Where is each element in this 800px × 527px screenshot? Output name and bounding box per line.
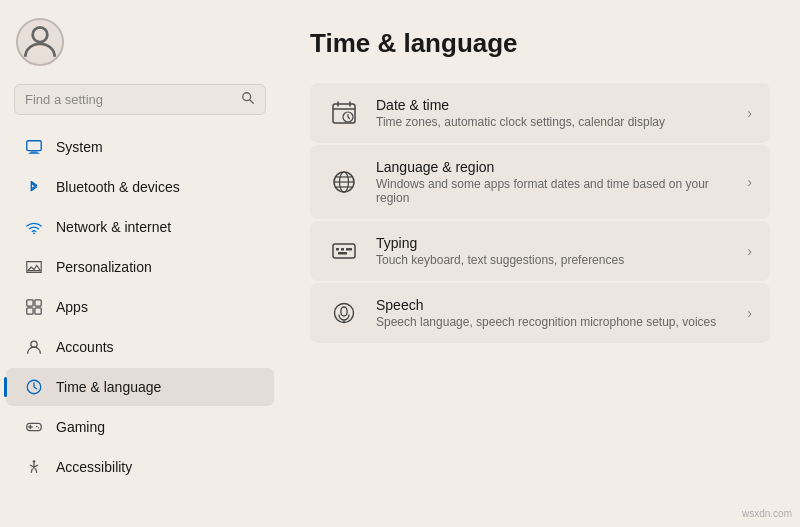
sidebar: System Bluetooth & devices Network & <box>0 0 280 527</box>
time-icon <box>24 377 44 397</box>
settings-item-title: Typing <box>376 235 731 251</box>
chevron-right-icon: › <box>747 105 752 121</box>
sidebar-item-label: Gaming <box>56 419 105 435</box>
sidebar-item-accessibility[interactable]: Accessibility <box>6 448 274 486</box>
accessibility-icon <box>24 457 44 477</box>
nav-items: System Bluetooth & devices Network & <box>0 125 280 489</box>
sidebar-item-time[interactable]: Time & language <box>6 368 274 406</box>
svg-rect-33 <box>346 248 349 251</box>
svg-rect-10 <box>35 308 41 314</box>
search-icon <box>241 91 255 108</box>
settings-item-title: Speech <box>376 297 731 313</box>
sidebar-item-label: Personalization <box>56 259 152 275</box>
gaming-icon <box>24 417 44 437</box>
sidebar-item-system[interactable]: System <box>6 128 274 166</box>
svg-point-0 <box>33 27 48 42</box>
settings-item-text: Typing Touch keyboard, text suggestions,… <box>376 235 731 267</box>
svg-rect-30 <box>333 244 355 258</box>
settings-item-text: Language & region Windows and some apps … <box>376 159 731 205</box>
settings-item-datetime[interactable]: Date & time Time zones, automatic clock … <box>310 83 770 143</box>
sidebar-item-label: Bluetooth & devices <box>56 179 180 195</box>
page-title: Time & language <box>310 28 770 59</box>
settings-item-desc: Windows and some apps format dates and t… <box>376 177 731 205</box>
svg-rect-3 <box>27 141 41 151</box>
avatar <box>16 18 64 66</box>
svg-rect-8 <box>35 300 41 306</box>
personalization-icon <box>24 257 44 277</box>
svg-rect-35 <box>349 248 352 251</box>
sidebar-item-label: System <box>56 139 103 155</box>
sidebar-item-accounts[interactable]: Accounts <box>6 328 274 366</box>
settings-item-desc: Time zones, automatic clock settings, ca… <box>376 115 731 129</box>
svg-point-18 <box>33 460 36 463</box>
svg-rect-31 <box>336 248 339 251</box>
settings-item-desc: Speech language, speech recognition micr… <box>376 315 731 329</box>
search-input[interactable] <box>25 92 233 107</box>
sidebar-item-network[interactable]: Network & internet <box>6 208 274 246</box>
speech-icon <box>328 297 360 329</box>
datetime-icon <box>328 97 360 129</box>
svg-rect-5 <box>29 153 40 154</box>
watermark: wsxdn.com <box>742 508 792 519</box>
sidebar-item-personalization[interactable]: Personalization <box>6 248 274 286</box>
svg-line-2 <box>250 100 254 104</box>
settings-item-desc: Touch keyboard, text suggestions, prefer… <box>376 253 731 267</box>
settings-item-title: Language & region <box>376 159 731 175</box>
system-icon <box>24 137 44 157</box>
chevron-right-icon: › <box>747 305 752 321</box>
search-bar[interactable] <box>14 84 266 115</box>
settings-item-speech[interactable]: Speech Speech language, speech recogniti… <box>310 283 770 343</box>
profile-section <box>0 0 280 78</box>
accounts-icon <box>24 337 44 357</box>
sidebar-item-bluetooth[interactable]: Bluetooth & devices <box>6 168 274 206</box>
settings-item-typing[interactable]: Typing Touch keyboard, text suggestions,… <box>310 221 770 281</box>
sidebar-item-label: Network & internet <box>56 219 171 235</box>
chevron-right-icon: › <box>747 243 752 259</box>
svg-rect-32 <box>341 248 344 251</box>
svg-rect-4 <box>30 152 37 153</box>
settings-item-title: Date & time <box>376 97 731 113</box>
settings-item-language[interactable]: Language & region Windows and some apps … <box>310 145 770 219</box>
svg-rect-34 <box>338 252 347 255</box>
sidebar-item-apps[interactable]: Apps <box>6 288 274 326</box>
svg-point-17 <box>38 427 39 428</box>
bluetooth-icon <box>24 177 44 197</box>
settings-item-text: Date & time Time zones, automatic clock … <box>376 97 731 129</box>
settings-list: Date & time Time zones, automatic clock … <box>310 83 770 343</box>
network-icon <box>24 217 44 237</box>
typing-icon <box>328 235 360 267</box>
svg-point-6 <box>33 232 35 234</box>
apps-icon <box>24 297 44 317</box>
svg-rect-9 <box>27 308 33 314</box>
sidebar-item-gaming[interactable]: Gaming <box>6 408 274 446</box>
sidebar-item-label: Accessibility <box>56 459 132 475</box>
svg-rect-37 <box>341 307 347 316</box>
language-icon <box>328 166 360 198</box>
svg-point-16 <box>36 426 37 427</box>
main-content: Time & language Date & time Time zones, … <box>280 0 800 527</box>
settings-item-text: Speech Speech language, speech recogniti… <box>376 297 731 329</box>
svg-rect-7 <box>27 300 33 306</box>
sidebar-item-label: Apps <box>56 299 88 315</box>
sidebar-item-label: Accounts <box>56 339 114 355</box>
sidebar-item-label: Time & language <box>56 379 161 395</box>
chevron-right-icon: › <box>747 174 752 190</box>
